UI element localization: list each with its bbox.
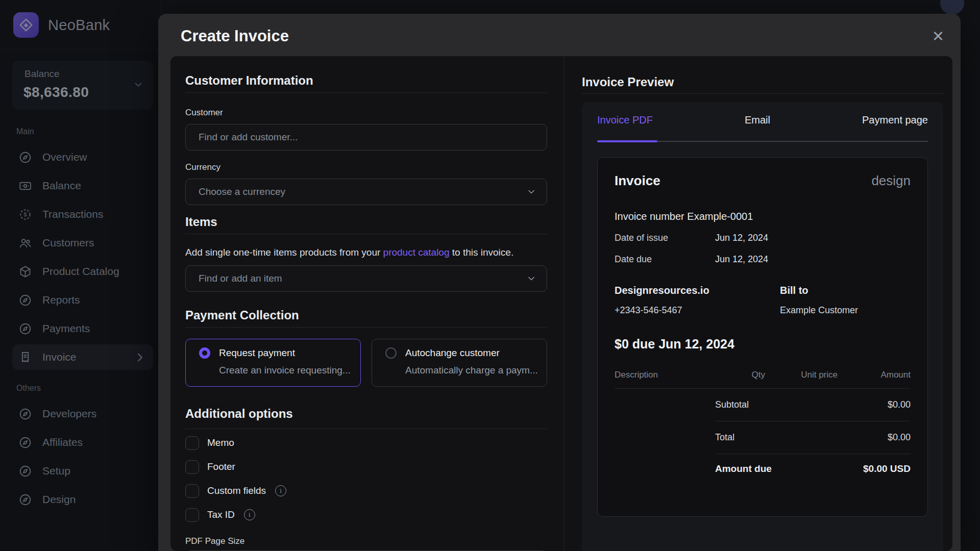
- item-select[interactable]: Find or add an item: [185, 265, 547, 292]
- divider: [185, 327, 547, 328]
- item-placeholder: Find or add an item: [199, 273, 282, 284]
- items-description-prefix: Add single one-time items products from …: [185, 247, 383, 258]
- total-value: $0.00: [888, 399, 911, 410]
- tabs-underline-track: [597, 141, 928, 142]
- chevron-down-icon: [526, 187, 536, 197]
- payment-collection-heading: Payment Collection: [185, 308, 547, 322]
- company-row: Designresources.io Bill to: [615, 285, 911, 296]
- checkbox-label: Footer: [207, 461, 235, 472]
- currency-placeholder: Choose a currencey: [199, 186, 285, 197]
- customer-input[interactable]: Find or add customer...: [185, 124, 547, 151]
- date-of-issue-row: Date of issue Jun 12, 2024: [615, 233, 911, 243]
- column-header-qty: Qty: [706, 370, 765, 380]
- checkbox-footer[interactable]: [185, 460, 199, 474]
- total-label: Total: [715, 432, 734, 443]
- divider: [185, 92, 547, 93]
- invoice-watermark: design: [871, 173, 911, 189]
- invoice-number-line: Invoice number Example-0001: [615, 211, 911, 222]
- payment-option-title: Request payment: [219, 347, 295, 359]
- company-name: Designresources.io: [615, 285, 709, 296]
- bill-to-label: Bill to: [780, 285, 808, 296]
- payment-option-title: Autochange customer: [405, 347, 500, 359]
- active-tab-indicator: [597, 140, 657, 142]
- payment-option-subtitle: Automatically charge a paym...: [405, 365, 547, 376]
- invoice-card-title: Invoice: [615, 173, 660, 189]
- totals-block: Subtotal$0.00Total$0.00Amount due$0.00 U…: [715, 389, 911, 484]
- invoice-preview-column: Invoice Preview Invoice PDFEmailPayment …: [565, 56, 952, 551]
- column-header-amount: Amount: [838, 370, 911, 380]
- tab-email[interactable]: Email: [745, 114, 770, 126]
- date-due-value: Jun 12, 2024: [715, 254, 768, 265]
- modal-title: Create Invoice: [181, 27, 289, 45]
- option-row-footer: Footer: [185, 460, 547, 474]
- additional-options-list: MemoFooterCustom fieldsiTax IDi: [185, 436, 547, 522]
- payment-options: Request paymentCreate an invoice request…: [185, 339, 547, 387]
- checkbox-label: Custom fields: [207, 485, 266, 496]
- customer-label: Customer: [185, 108, 547, 118]
- checkbox-memo[interactable]: [185, 436, 199, 450]
- radio-unselected-icon[interactable]: [385, 347, 397, 359]
- customer-information-heading: Customer Information: [185, 73, 547, 88]
- items-description-suffix: to this invoice.: [449, 247, 513, 258]
- preview-tabs-panel: Invoice PDFEmailPayment page Invoice des…: [582, 102, 943, 551]
- invoice-card-header: Invoice design: [615, 173, 911, 189]
- column-header-unit-price: Unit price: [765, 370, 838, 380]
- total-label: Subtotal: [715, 399, 749, 410]
- amount-due-headline: $0 due Jun 12, 2024: [615, 337, 911, 352]
- preview-tabs: Invoice PDFEmailPayment page: [597, 114, 928, 126]
- total-label: Amount due: [715, 463, 772, 474]
- tab-payment-page[interactable]: Payment page: [862, 114, 928, 126]
- column-header-description: Description: [615, 370, 706, 380]
- tab-invoice-pdf[interactable]: Invoice PDF: [597, 114, 653, 126]
- invoice-preview-heading: Invoice Preview: [582, 75, 943, 89]
- date-due-label: Date due: [615, 254, 715, 265]
- checkbox-tax-id[interactable]: [185, 508, 199, 522]
- info-icon[interactable]: i: [275, 485, 286, 496]
- info-icon[interactable]: i: [244, 509, 255, 520]
- bill-to-customer: Example Customer: [780, 305, 858, 315]
- total-row-total: Total$0.00: [715, 421, 911, 454]
- total-value: $0.00: [888, 432, 911, 443]
- invoice-preview-card: Invoice design Invoice number Example-00…: [597, 157, 928, 517]
- chevron-down-icon: [526, 273, 536, 284]
- company-phone: +2343-546-5467: [615, 305, 682, 315]
- line-items-header: DescriptionQtyUnit priceAmount: [615, 370, 911, 380]
- total-row-amount-due: Amount due$0.00 USD: [715, 454, 911, 484]
- currency-select[interactable]: Choose a currencey: [185, 179, 547, 205]
- date-due-row: Date due Jun 12, 2024: [615, 254, 911, 265]
- close-icon[interactable]: ✕: [929, 27, 947, 45]
- payment-option-subtitle: Create an invoice requesting...: [219, 365, 360, 376]
- date-of-issue-value: Jun 12, 2024: [715, 233, 768, 243]
- checkbox-label: Tax ID: [207, 509, 235, 520]
- divider: [185, 429, 547, 429]
- option-row-memo: Memo: [185, 436, 547, 450]
- checkbox-custom-fields[interactable]: [185, 484, 199, 498]
- pdf-page-size-label: PDF Page Size: [185, 536, 547, 546]
- additional-options-heading: Additional options: [185, 407, 547, 421]
- payment-option-autochange-customer[interactable]: Autochange customerAutomatically charge …: [372, 339, 547, 387]
- date-of-issue-label: Date of issue: [615, 233, 715, 243]
- items-heading: Items: [185, 215, 547, 229]
- items-description: Add single one-time items products from …: [185, 247, 547, 258]
- contact-row: +2343-546-5467 Example Customer: [615, 305, 911, 316]
- total-value: $0.00 USD: [863, 463, 911, 474]
- customer-placeholder: Find or add customer...: [199, 132, 298, 143]
- create-invoice-modal: Create Invoice ✕ Customer Information Cu…: [158, 14, 961, 551]
- divider: [582, 93, 943, 94]
- total-row-subtotal: Subtotal$0.00: [715, 389, 911, 421]
- invoice-form-column: Customer Information Customer Find or ad…: [170, 56, 565, 551]
- option-row-tax-id: Tax IDi: [185, 508, 547, 522]
- currency-label: Currency: [185, 162, 547, 172]
- payment-option-request-payment[interactable]: Request paymentCreate an invoice request…: [185, 339, 361, 387]
- radio-selected-icon[interactable]: [199, 347, 210, 359]
- divider: [185, 234, 547, 234]
- checkbox-label: Memo: [207, 437, 234, 448]
- product-catalog-link[interactable]: product catalog: [383, 247, 450, 258]
- option-row-custom-fields: Custom fieldsi: [185, 484, 547, 498]
- modal-body-panel: Customer Information Customer Find or ad…: [170, 56, 952, 551]
